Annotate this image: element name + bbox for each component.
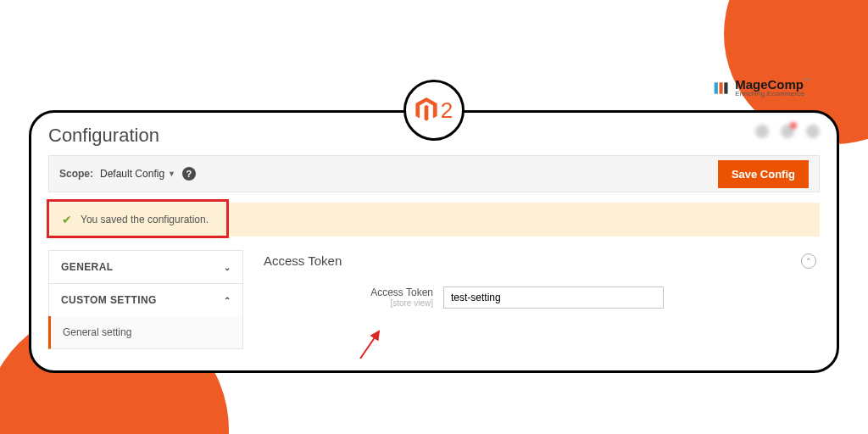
svg-rect-1 (720, 82, 723, 93)
scope-select[interactable]: Default Config ▼ (100, 168, 175, 180)
field-access-token: Access Token [store view] (331, 287, 820, 309)
chevron-down-icon: ⌄ (224, 263, 231, 272)
scope-bar: Scope: Default Config ▼ ? Save Config (48, 155, 820, 192)
scope-label: Scope: (59, 168, 93, 180)
field-label: Access Token (331, 287, 433, 298)
success-message: ✔ You saved the configuration. (48, 203, 820, 236)
config-sidebar: GENERAL ⌄ CUSTOM SETTING ⌃ General setti… (48, 250, 243, 349)
user-icon (806, 125, 820, 138)
notification-icon (781, 125, 794, 138)
brand: MageComp™ Enriching Ecommerce (713, 78, 810, 97)
config-panel: Configuration Scope: Default Config ▼ ? … (29, 110, 839, 373)
field-scope-hint: [store view] (331, 298, 433, 308)
section-title: Access Token (264, 253, 820, 268)
check-icon: ✔ (62, 213, 72, 226)
brand-tagline: Enriching Ecommerce (735, 91, 810, 97)
chevron-down-icon: ▼ (168, 170, 175, 178)
magento-badge: 2 (403, 80, 465, 141)
access-token-input[interactable] (443, 287, 664, 309)
svg-rect-2 (724, 82, 727, 93)
magento-icon (415, 97, 437, 123)
sidebar-item-label: CUSTOM SETTING (61, 294, 157, 306)
success-text: You saved the configuration. (81, 214, 209, 225)
search-icon (755, 125, 769, 138)
chevron-up-icon: ⌃ (224, 296, 231, 305)
brand-logo-icon (713, 80, 730, 97)
sidebar-item-label: GENERAL (61, 261, 113, 273)
config-content: ⌃ Access Token Access Token [store view] (243, 250, 820, 349)
svg-rect-0 (715, 82, 718, 93)
help-icon[interactable]: ? (182, 167, 196, 181)
save-config-button[interactable]: Save Config (718, 160, 809, 188)
sidebar-subitem-general-setting[interactable]: General setting (48, 316, 243, 349)
sidebar-item-custom-setting[interactable]: CUSTOM SETTING ⌃ (48, 283, 243, 316)
collapse-section-icon[interactable]: ⌃ (801, 253, 816, 269)
brand-name: MageComp™ (735, 78, 810, 91)
header-icons-blurred (755, 125, 820, 138)
magento-version: 2 (441, 97, 453, 124)
sidebar-item-general[interactable]: GENERAL ⌄ (48, 250, 243, 283)
